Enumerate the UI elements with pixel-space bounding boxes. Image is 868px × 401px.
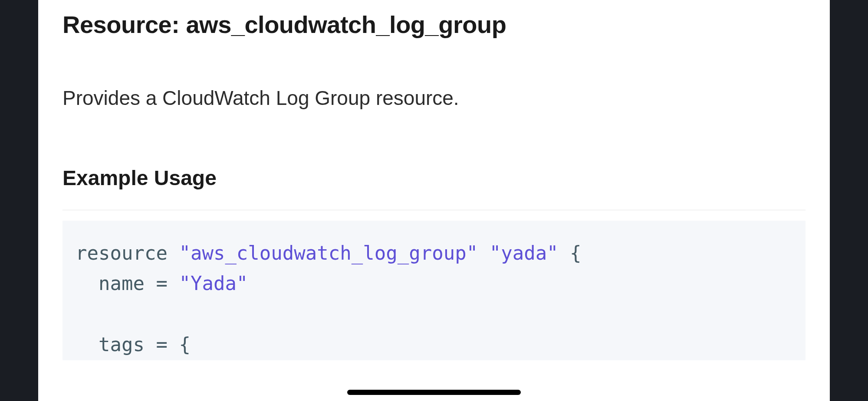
code-space — [478, 242, 490, 264]
code-string: "aws_cloudwatch_log_group" — [179, 242, 478, 264]
section-divider — [62, 210, 806, 210]
code-string: "yada" — [490, 242, 559, 264]
code-brace: { — [559, 242, 582, 264]
code-attr: name = — [76, 272, 179, 294]
code-keyword: resource — [76, 242, 179, 264]
code-block[interactable]: resource "aws_cloudwatch_log_group" "yad… — [62, 221, 806, 360]
doc-page: Resource: aws_cloudwatch_log_group Provi… — [38, 0, 830, 401]
page-title: Resource: aws_cloudwatch_log_group — [62, 10, 806, 39]
code-attr: tags = { — [76, 333, 191, 355]
code-string: "Yada" — [179, 272, 248, 294]
resource-description: Provides a CloudWatch Log Group resource… — [62, 86, 806, 110]
home-indicator-icon[interactable] — [347, 390, 521, 395]
example-usage-heading: Example Usage — [62, 166, 806, 190]
